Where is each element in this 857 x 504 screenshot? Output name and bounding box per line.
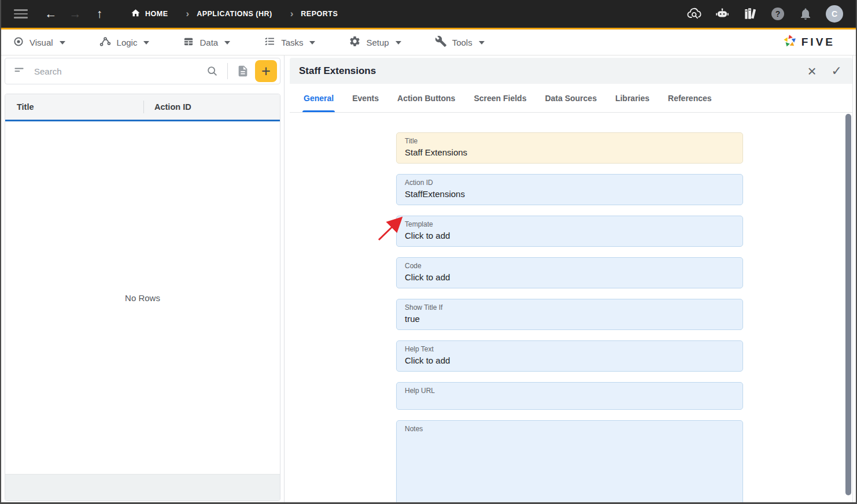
user-avatar[interactable]: C <box>826 5 843 23</box>
tab-data-sources[interactable]: Data Sources <box>535 84 605 112</box>
menubar: Visual Logic Data <box>1 29 856 55</box>
breadcrumb-applications[interactable]: APPLICATIONS (HR) <box>197 10 272 18</box>
tab-action-buttons[interactable]: Action Buttons <box>388 84 464 112</box>
field-label: Template <box>405 221 734 228</box>
main-area: + Title Action ID No Rows Staff Extensio… <box>1 55 856 502</box>
header-actions: × ✓ <box>807 64 842 79</box>
field-value: Staff Extensions <box>405 147 734 158</box>
menu-tools[interactable]: Tools <box>435 35 485 49</box>
tab-references[interactable]: References <box>659 84 721 112</box>
field-label: Title <box>405 138 734 145</box>
caret-down-icon <box>60 41 65 45</box>
field-label: Show Title If <box>405 304 734 312</box>
detail-panel: Staff Extensions × ✓ General Events Acti… <box>290 55 853 502</box>
field-label: Action ID <box>405 179 734 187</box>
breadcrumb-home[interactable]: HOME <box>131 8 168 20</box>
grid-footer <box>5 474 280 501</box>
data-table-icon <box>183 36 194 49</box>
cloud-search-icon[interactable] <box>687 6 702 21</box>
field-notes[interactable]: Notes <box>396 420 743 502</box>
menu-label: Data <box>200 38 218 47</box>
field-label: Notes <box>405 425 734 433</box>
topbar: ← → ↑ HOME › APPLICATIONS (HR) › REPORTS <box>1 0 856 28</box>
menu-setup[interactable]: Setup <box>349 35 401 49</box>
five-pinwheel-icon <box>782 34 797 51</box>
search-bar: + <box>5 58 280 84</box>
field-help-text[interactable]: Help Text Click to add <box>396 340 743 372</box>
field-value: Click to add <box>405 230 734 242</box>
filter-icon[interactable] <box>13 64 25 78</box>
field-title[interactable]: Title Staff Extensions <box>396 132 743 164</box>
divider <box>227 63 228 79</box>
grid-header: Title Action ID <box>5 94 280 120</box>
up-button[interactable]: ↑ <box>93 7 106 21</box>
search-icon[interactable] <box>202 61 222 81</box>
cancel-close-icon[interactable]: × <box>807 64 816 79</box>
no-rows-message: No Rows <box>125 293 160 303</box>
chevron-right-icon: › <box>290 9 294 18</box>
tasks-list-icon <box>264 35 276 49</box>
tools-build-icon <box>435 35 447 49</box>
page-title: Staff Extensions <box>299 65 376 77</box>
caret-down-icon <box>224 41 230 45</box>
column-header-action-id[interactable]: Action ID <box>144 102 191 112</box>
menu-label: Logic <box>117 38 138 47</box>
field-show-title-if[interactable]: Show Title If true <box>396 299 743 330</box>
field-label: Help URL <box>405 387 734 395</box>
left-list-panel: + Title Action ID No Rows <box>1 55 285 502</box>
field-value: StaffExtensions <box>405 188 734 200</box>
library-books-icon[interactable] <box>743 6 758 21</box>
field-code[interactable]: Code Click to add <box>396 257 743 288</box>
form-fields: Title Staff Extensions Action ID StaffEx… <box>396 113 743 502</box>
topbar-right: ? C <box>687 5 856 23</box>
tab-libraries[interactable]: Libraries <box>606 84 659 112</box>
save-check-icon[interactable]: ✓ <box>832 65 842 77</box>
caret-down-icon <box>479 41 485 45</box>
field-label: Help Text <box>405 346 734 353</box>
five-logo: FIVE <box>782 34 844 51</box>
caret-down-icon <box>396 41 401 45</box>
detail-tabs: General Events Action Buttons Screen Fie… <box>290 84 852 113</box>
field-label: Code <box>405 262 734 270</box>
tab-events[interactable]: Events <box>343 84 388 112</box>
menu-label: Tools <box>452 38 472 47</box>
breadcrumb-reports[interactable]: REPORTS <box>301 10 338 18</box>
chevron-right-icon: › <box>186 9 190 18</box>
caret-down-icon <box>309 41 315 45</box>
five-wordmark: FIVE <box>801 36 835 49</box>
tab-screen-fields[interactable]: Screen Fields <box>464 84 535 112</box>
menu-logic[interactable]: Logic <box>99 35 150 50</box>
help-icon[interactable]: ? <box>770 6 785 21</box>
forward-button[interactable]: → <box>68 7 82 21</box>
menu-visual[interactable]: Visual <box>13 36 65 49</box>
copy-document-icon[interactable] <box>233 61 253 81</box>
records-grid: Title Action ID No Rows <box>5 94 280 501</box>
home-icon <box>131 8 141 20</box>
field-template[interactable]: Template Click to add <box>396 216 743 247</box>
detail-content: Title Staff Extensions Action ID StaffEx… <box>290 113 852 502</box>
breadcrumb-label: HOME <box>145 10 168 18</box>
vertical-scrollbar-thumb[interactable] <box>845 114 851 495</box>
caret-down-icon <box>143 41 149 45</box>
setup-gear-icon <box>349 35 361 49</box>
app-window: ← → ↑ HOME › APPLICATIONS (HR) › REPORTS <box>0 0 857 504</box>
assistant-bot-icon[interactable] <box>715 6 730 21</box>
field-value: Click to add <box>405 272 734 283</box>
topbar-left: ← → ↑ HOME › APPLICATIONS (HR) › REPORTS <box>1 7 348 21</box>
menu-tasks[interactable]: Tasks <box>264 35 315 49</box>
grid-body: No Rows <box>5 121 280 474</box>
back-button[interactable]: ← <box>44 7 58 21</box>
field-action-id[interactable]: Action ID StaffExtensions <box>396 174 743 205</box>
hamburger-menu-icon[interactable] <box>14 9 28 18</box>
add-record-button[interactable]: + <box>255 60 277 82</box>
tab-general[interactable]: General <box>294 84 343 112</box>
menu-data[interactable]: Data <box>183 36 230 49</box>
column-header-title[interactable]: Title <box>5 102 143 112</box>
field-value: true <box>405 313 734 325</box>
visual-eye-icon <box>13 36 24 49</box>
field-help-url[interactable]: Help URL <box>396 382 743 410</box>
notifications-bell-icon[interactable] <box>798 6 813 21</box>
field-value: Click to add <box>405 355 734 366</box>
logic-flow-icon <box>99 35 112 50</box>
search-input[interactable] <box>34 66 202 76</box>
